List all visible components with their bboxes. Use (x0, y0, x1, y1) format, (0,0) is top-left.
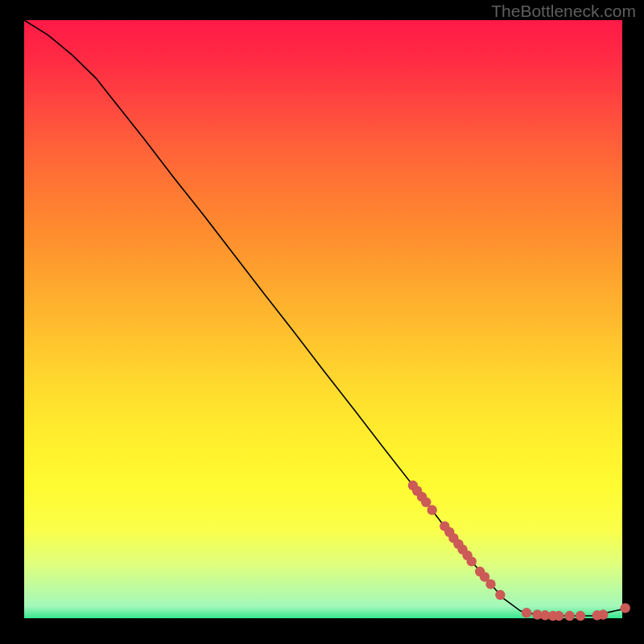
chart-plot-area (24, 20, 622, 618)
svg-point-24 (598, 609, 608, 619)
chart-line-series (24, 20, 622, 616)
svg-point-14 (485, 579, 495, 588)
svg-point-21 (564, 611, 574, 621)
chart-data-markers (408, 481, 630, 621)
svg-point-15 (495, 590, 505, 600)
svg-point-16 (522, 608, 531, 617)
svg-point-22 (576, 611, 585, 621)
svg-point-11 (467, 556, 477, 566)
svg-point-4 (427, 505, 437, 514)
svg-point-20 (554, 611, 564, 621)
watermark-text: TheBottleneck.com (491, 2, 636, 21)
chart-svg-overlay (24, 20, 622, 618)
svg-point-25 (621, 603, 630, 613)
